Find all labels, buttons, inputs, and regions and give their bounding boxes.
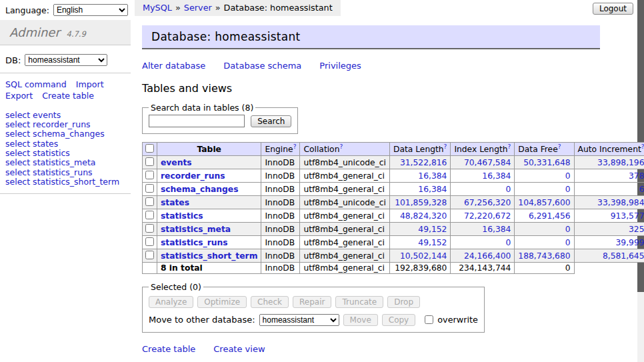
link-privileges[interactable]: Privileges xyxy=(319,61,361,71)
collation-cell: utf8mb4_general_ci xyxy=(300,249,390,263)
language-select[interactable]: English xyxy=(53,4,128,16)
collation-cell: utf8mb4_general_ci xyxy=(300,263,390,274)
table-name-cell: schema_changes xyxy=(157,183,261,196)
create-links: Create tableCreate view xyxy=(142,344,600,354)
total-value-cell: 0 xyxy=(515,263,574,274)
row-checkbox-statistics-short-term[interactable] xyxy=(145,251,154,259)
overwrite-checkbox[interactable] xyxy=(425,315,433,324)
app-version: 4.7.9 xyxy=(67,29,86,39)
table-link-select-statistics-short-term[interactable]: select statistics_short_term xyxy=(5,177,125,187)
logout-form: Logout xyxy=(593,3,633,15)
table-link-select-states[interactable]: select states xyxy=(5,139,125,148)
menu-link-create-table[interactable]: Create table xyxy=(42,90,94,101)
db-label: DB: xyxy=(5,55,21,65)
data-length-cell: 10,502,144 xyxy=(389,249,450,263)
table-row: recorder_runsInnoDButf8mb4_general_ci16,… xyxy=(143,169,644,183)
search-button[interactable]: Search xyxy=(251,115,291,127)
help-link-engine[interactable]: ? xyxy=(293,143,297,150)
table-link-select-events[interactable]: select events xyxy=(5,110,125,119)
data-free-cell: 0 xyxy=(515,236,574,249)
row-checkbox-schema-changes[interactable] xyxy=(145,184,154,193)
column-header-table: Table xyxy=(157,143,261,156)
data-length-cell: 49,152 xyxy=(389,223,450,236)
auto-increment-cell: 913,577 xyxy=(574,209,644,223)
search-input[interactable] xyxy=(149,115,245,127)
row-checkbox-statistics-meta[interactable] xyxy=(145,224,154,233)
column-header-collation: Collation? xyxy=(300,143,390,156)
app-title: Adminer 4.7.9 xyxy=(0,20,131,45)
data-length-cell: 16,384 xyxy=(389,183,450,196)
link-alter-database[interactable]: Alter database xyxy=(142,61,205,71)
collation-cell: utf8mb4_general_ci xyxy=(300,183,390,196)
menu-link-export[interactable]: Export xyxy=(5,90,33,101)
help-link-data-free[interactable]: ? xyxy=(558,143,561,150)
index-length-cell: 67,256,320 xyxy=(451,196,515,209)
data-free-cell: 104,857,600 xyxy=(515,196,574,209)
index-length-cell: 16,384 xyxy=(451,169,515,183)
sidebar: Adminer 4.7.9 DB: homeassistant SQL comm… xyxy=(0,16,131,194)
table-link-events[interactable]: events xyxy=(161,158,192,167)
table-row: schema_changesInnoDButf8mb4_general_ci16… xyxy=(143,183,644,196)
auto-increment-cell: 325 xyxy=(574,223,644,236)
auto-increment-cell: 8,581,645 xyxy=(574,249,644,263)
page-title: Database: homeassistant xyxy=(142,25,600,49)
link-create-table[interactable]: Create table xyxy=(142,344,195,354)
logout-button[interactable]: Logout xyxy=(593,3,633,15)
auto-increment-cell: 33,898,196 xyxy=(574,156,644,169)
data-length-cell: 16,384 xyxy=(389,169,450,183)
row-checkbox-states[interactable] xyxy=(145,197,154,206)
table-link-states[interactable]: states xyxy=(161,198,189,207)
row-checkbox-statistics[interactable] xyxy=(145,211,154,219)
collation-cell: utf8mb4_general_ci xyxy=(300,223,390,236)
table-link-statistics[interactable]: statistics xyxy=(161,211,203,221)
row-checkbox-events[interactable] xyxy=(145,157,154,166)
index-length-cell: 0 xyxy=(451,183,515,196)
table-link-statistics-short-term[interactable]: statistics_short_term xyxy=(161,251,257,261)
column-header-index-length: Index Length? xyxy=(451,143,515,156)
select-all-checkbox[interactable] xyxy=(145,144,154,153)
move-db-select[interactable]: homeassistant xyxy=(259,314,339,326)
table-link-statistics-runs[interactable]: statistics_runs xyxy=(161,238,228,247)
index-length-cell: 16,384 xyxy=(451,223,515,236)
link-database-schema[interactable]: Database schema xyxy=(223,61,301,71)
move-row: Move to other database: homeassistant Mo… xyxy=(149,313,478,326)
table-link-recorder-runs[interactable]: recorder_runs xyxy=(161,171,225,181)
data-length-cell: 49,152 xyxy=(389,236,450,249)
header-checkbox-cell xyxy=(143,143,157,156)
menu-link-sql-command[interactable]: SQL command xyxy=(5,79,67,90)
auto-increment-cell: 6 xyxy=(574,183,644,196)
table-link-select-recorder-runs[interactable]: select recorder_runs xyxy=(5,119,125,129)
total-value-cell: 234,143,744 xyxy=(451,263,515,274)
help-link-auto-increment[interactable]: ? xyxy=(641,143,644,150)
data-length-cell: 48,824,320 xyxy=(389,209,450,223)
drop-button: Drop xyxy=(387,296,420,308)
table-link-select-statistics[interactable]: select statistics xyxy=(5,149,125,158)
auto-increment-cell: 39,999 xyxy=(574,236,644,249)
help-link-data-length[interactable]: ? xyxy=(444,143,447,150)
table-link-statistics-meta[interactable]: statistics_meta xyxy=(161,225,231,234)
engine-cell: InnoDB xyxy=(261,183,300,196)
table-link-select-statistics-runs[interactable]: select statistics_runs xyxy=(5,167,125,177)
row-checkbox-statistics-runs[interactable] xyxy=(145,237,154,246)
check-button: Check xyxy=(251,296,289,308)
data-free-cell: 0 xyxy=(515,223,574,236)
table-row: statistics_metaInnoDButf8mb4_general_ci4… xyxy=(143,223,644,236)
help-link-index-length[interactable]: ? xyxy=(508,143,511,150)
table-link-select-schema-changes[interactable]: select schema_changes xyxy=(5,129,125,139)
menu-link-import[interactable]: Import xyxy=(76,79,104,90)
breadcrumb-link-server[interactable]: Server xyxy=(184,3,212,13)
data-length-cell: 31,522,816 xyxy=(389,156,450,169)
index-length-cell: 24,166,400 xyxy=(451,249,515,263)
help-link-collation[interactable]: ? xyxy=(339,143,343,150)
table-link-select-statistics-meta[interactable]: select statistics_meta xyxy=(5,158,125,167)
table-link-schema-changes[interactable]: schema_changes xyxy=(161,185,239,194)
move-label: Move to other database: xyxy=(149,315,255,325)
db-select[interactable]: homeassistant xyxy=(25,54,107,66)
column-header-engine: Engine? xyxy=(261,143,300,156)
link-create-view[interactable]: Create view xyxy=(213,344,265,354)
selected-action-buttons: AnalyzeOptimizeCheckRepairTruncateDrop xyxy=(149,296,478,308)
row-checkbox-recorder-runs[interactable] xyxy=(145,171,154,179)
engine-cell: InnoDB xyxy=(261,169,300,183)
engine-cell: InnoDB xyxy=(261,249,300,263)
breadcrumb-link-mysql[interactable]: MySQL xyxy=(143,3,172,13)
